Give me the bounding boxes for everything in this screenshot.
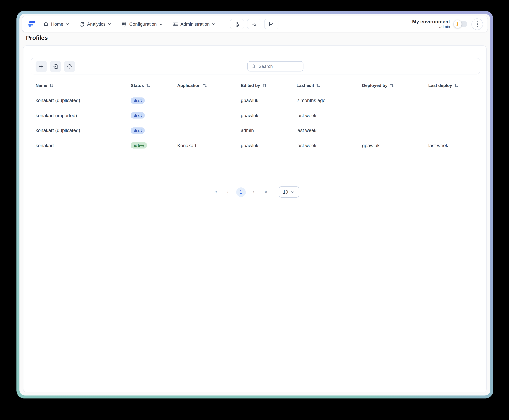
add-icon — [38, 64, 44, 69]
nav-item-label: Configuration — [129, 22, 157, 27]
app-logo-icon — [27, 20, 36, 28]
column-header-status[interactable]: Status — [131, 83, 177, 88]
add-profile-button[interactable] — [36, 61, 47, 72]
pagination: « ‹ 1 › » 10 — [30, 183, 480, 201]
window-frame: Home Analytics — [16, 11, 493, 398]
environment-name: My environment — [412, 19, 450, 24]
page-size-select[interactable]: 10 — [279, 186, 299, 198]
microscope-icon — [234, 21, 240, 27]
environment-info: My environment admin — [412, 19, 450, 29]
column-header-deployed-by[interactable]: Deployed by — [362, 83, 428, 88]
sort-icon — [454, 83, 458, 88]
sun-icon — [455, 22, 460, 26]
column-header-name[interactable]: Name — [36, 83, 131, 88]
column-header-edited-by[interactable]: Edited by — [241, 83, 296, 88]
nav-item-administration[interactable]: Administration — [173, 21, 216, 27]
nav-item-analytics[interactable]: Analytics — [79, 21, 112, 27]
profiles-table: Name Status Application Edited by — [30, 78, 480, 153]
table-row[interactable]: konakart (imported) draft gpawluk last w… — [30, 108, 480, 123]
top-navbar: Home Analytics — [22, 16, 487, 32]
import-icon — [52, 64, 58, 69]
screenshot-stage: Home Analytics — [0, 0, 509, 420]
sort-icon — [390, 83, 394, 88]
cell-status: draft — [131, 112, 177, 119]
status-badge: draft — [131, 98, 145, 104]
column-header-last-edit[interactable]: Last edit — [296, 83, 362, 88]
profiles-card: Name Status Application Edited by — [23, 45, 487, 392]
status-badge: draft — [131, 112, 145, 119]
cell-application: Konakart — [177, 143, 241, 148]
cell-edited-by: admin — [241, 128, 296, 133]
sort-icon — [50, 83, 53, 88]
chevron-down-icon — [212, 22, 216, 26]
cell-status: draft — [131, 98, 177, 104]
more-menu-button[interactable] — [471, 18, 483, 30]
badge-target-icon — [122, 21, 127, 27]
home-icon — [43, 21, 49, 27]
column-header-application[interactable]: Application — [177, 83, 241, 88]
cell-deployed-by: gpawluk — [362, 143, 428, 148]
table-row[interactable]: konakart (duplicated) draft gpawluk 2 mo… — [30, 93, 480, 108]
nav-item-label: Analytics — [87, 22, 106, 27]
search-input[interactable] — [259, 64, 300, 69]
kebab-dot — [477, 26, 478, 27]
first-page-button[interactable]: « — [212, 189, 220, 195]
line-chart-icon — [269, 21, 274, 27]
search-box — [247, 61, 303, 71]
status-badge: active — [131, 142, 147, 149]
nav-item-label: Home — [51, 22, 63, 27]
chevron-down-icon — [291, 190, 295, 194]
theme-toggle-knob — [454, 20, 462, 28]
nav-action-buttons — [230, 19, 279, 29]
chevron-down-icon — [108, 22, 112, 26]
refresh-button[interactable] — [64, 61, 75, 72]
nav-item-configuration[interactable]: Configuration — [122, 21, 163, 27]
current-page-button[interactable]: 1 — [236, 187, 246, 197]
refresh-icon — [67, 64, 73, 69]
list-search-icon — [251, 21, 257, 27]
table-row[interactable]: konakart active Konakart gpawluk last we… — [30, 138, 480, 153]
table-toolbar — [30, 58, 480, 74]
import-profile-button[interactable] — [50, 61, 61, 72]
nav-item-home[interactable]: Home — [43, 21, 69, 27]
last-page-button[interactable]: » — [262, 189, 270, 195]
cell-last-edit: 2 months ago — [296, 98, 362, 103]
cell-status: draft — [131, 128, 177, 134]
table-row[interactable]: konakart (duplicated) draft admin last w… — [30, 123, 480, 138]
cell-edited-by: gpawluk — [241, 113, 296, 118]
status-badge: draft — [131, 128, 145, 134]
previous-page-button[interactable]: ‹ — [224, 189, 231, 195]
page-title: Profiles — [26, 35, 48, 42]
metrics-button[interactable] — [264, 19, 278, 29]
cell-last-edit: last week — [296, 128, 362, 133]
log-search-button[interactable] — [247, 19, 261, 29]
page-size-value: 10 — [283, 189, 288, 195]
kebab-dot — [477, 23, 478, 25]
environment-user: admin — [412, 25, 450, 29]
nav-right-cluster: My environment admin — [412, 18, 483, 30]
cell-name: konakart (duplicated) — [36, 128, 131, 133]
cell-last-deploy: last week — [428, 143, 480, 148]
kebab-dot — [477, 21, 478, 22]
cell-status: active — [131, 142, 177, 149]
inspect-button[interactable] — [230, 19, 244, 29]
sort-icon — [316, 83, 320, 88]
cell-edited-by: gpawluk — [241, 143, 296, 148]
cell-last-edit: last week — [296, 113, 362, 118]
nav-item-label: Administration — [180, 22, 210, 27]
table-header-row: Name Status Application Edited by — [30, 78, 480, 93]
cell-edited-by: gpawluk — [241, 98, 296, 103]
chevron-down-icon — [159, 22, 163, 26]
gauge-icon — [79, 21, 85, 27]
chevron-down-icon — [66, 22, 69, 26]
cell-name: konakart — [36, 143, 131, 148]
app-window: Home Analytics — [19, 14, 490, 396]
next-page-button[interactable]: › — [250, 189, 257, 195]
theme-toggle[interactable] — [454, 21, 467, 27]
sort-icon — [146, 83, 150, 88]
search-icon — [251, 64, 256, 69]
cell-name: konakart (duplicated) — [36, 98, 131, 103]
toolbar-buttons — [36, 61, 75, 72]
column-header-last-deploy[interactable]: Last deploy — [428, 83, 480, 88]
sliders-icon — [173, 21, 178, 27]
